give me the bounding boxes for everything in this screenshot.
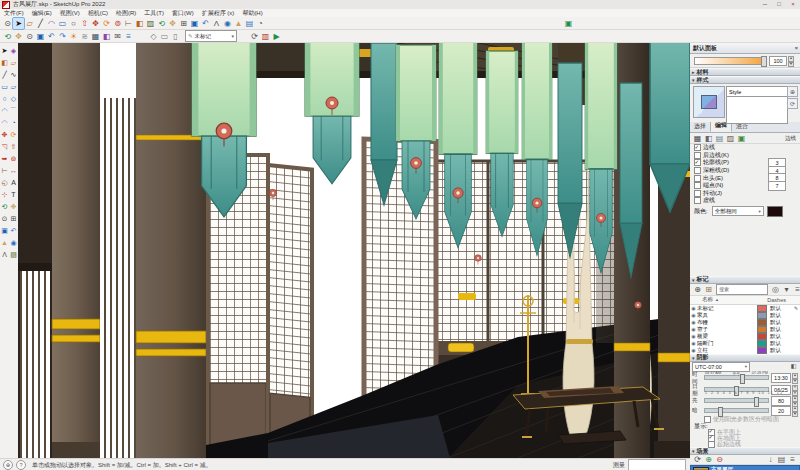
user-account-icon[interactable]: ◔ (255, 18, 266, 29)
tag-color-swatch[interactable] (757, 340, 767, 347)
dashes-checkbox[interactable] (694, 197, 701, 204)
make-component-icon[interactable]: ◈ (9, 44, 18, 56)
time-value[interactable]: 13:30 (771, 373, 791, 383)
rectangle-icon[interactable]: ▭ (0, 80, 9, 92)
tag-dash-value[interactable]: 默认 (767, 326, 792, 333)
tag-dash-value[interactable]: 默认 (767, 319, 792, 326)
eraser-icon[interactable]: ▱ (24, 18, 35, 29)
line-icon[interactable]: ╱ (35, 18, 46, 29)
scale-icon[interactable]: ◹ (0, 140, 9, 152)
scene-item-selected[interactable]: 古风展厅 场景 2 (690, 465, 800, 470)
materials-icon[interactable]: ◧ (101, 31, 112, 42)
from-edges-checkbox[interactable] (708, 441, 715, 448)
date-slider[interactable]: 1 2 3 4 5 6 7 8 9 10 11 12 (704, 387, 769, 392)
three-point-arc-icon[interactable]: ◠ (0, 116, 9, 128)
select-icon[interactable]: ➤ (13, 18, 24, 29)
position-camera-icon[interactable]: ▲ (233, 18, 244, 29)
tag-color-swatch[interactable] (757, 326, 767, 333)
tab-select[interactable]: 选择 (690, 121, 710, 132)
move-icon[interactable]: ✥ (0, 128, 9, 140)
zoom-extents-icon[interactable]: ▣ (0, 224, 9, 236)
col-name-label[interactable]: 名称 (702, 296, 713, 303)
move-icon[interactable]: ✥ (90, 18, 101, 29)
panel-header-shadows[interactable]: ▾ 阴影 (690, 354, 800, 362)
tag-color-swatch[interactable] (757, 305, 767, 312)
opacity-spinner[interactable]: ▲▼ (788, 56, 794, 65)
tag-dash-value[interactable]: 默认 (767, 347, 792, 354)
tag-color-swatch[interactable] (757, 312, 767, 319)
pan-icon[interactable]: ✥ (13, 31, 24, 42)
rotate-icon[interactable]: ⟳ (101, 18, 112, 29)
refresh-icon[interactable]: ⟳ (249, 31, 260, 42)
edge-color-mode-select[interactable]: 全部相同 ▾ (712, 206, 764, 216)
look-around-icon[interactable]: ◉ (222, 18, 233, 29)
viewport-3d[interactable] (18, 43, 690, 458)
opacity-slider[interactable] (694, 57, 766, 65)
orbit-icon[interactable]: ⟲ (0, 200, 9, 212)
3d-text-icon[interactable]: T (9, 188, 18, 200)
tag-options-icon[interactable]: ≡ (792, 284, 800, 295)
background-settings-icon[interactable]: ▤ (714, 133, 725, 144)
offset-icon[interactable]: ⊚ (112, 18, 123, 29)
face-settings-icon[interactable]: ◧ (703, 133, 714, 144)
zoom-window-icon[interactable]: ⊞ (9, 212, 18, 224)
tag-row[interactable]: ◉ 隔断门 默认 (690, 340, 800, 347)
view-options-icon[interactable]: ▤ (776, 454, 787, 465)
fog-toggle-icon[interactable]: ≋ (79, 31, 90, 42)
arc-icon[interactable]: ◠ (46, 18, 57, 29)
look-around-icon[interactable]: ◉ (9, 236, 18, 248)
tag-color-swatch[interactable] (757, 319, 767, 326)
follow-me-icon[interactable]: ➥ (0, 152, 9, 164)
tag-dash-value[interactable]: 默认 (767, 333, 792, 340)
circle-icon[interactable]: ○ (0, 92, 9, 104)
push-pull-icon[interactable]: ⇧ (9, 140, 18, 152)
pie-icon[interactable]: ◔ (9, 116, 18, 128)
tag-row[interactable]: ◉ 布幔 默认 (690, 319, 800, 326)
view-front-icon[interactable]: ▯ (170, 31, 181, 42)
create-style-button[interactable]: ⊕ (787, 86, 798, 97)
date-picker[interactable]: ▾▾ (792, 385, 798, 394)
send-mail-icon[interactable]: ✉ (112, 31, 123, 42)
show-details-icon[interactable]: ≡ (787, 454, 798, 465)
tag-dash-value[interactable]: 默认 (767, 312, 792, 319)
previous-view-icon[interactable]: ↶ (46, 31, 57, 42)
endpoints-checkbox[interactable] (694, 182, 701, 189)
tag-row[interactable]: ◉ 横梁 默认 (690, 333, 800, 340)
edge-settings-icon[interactable]: ▦ (692, 133, 703, 144)
tag-dash-value[interactable]: 默认 (767, 340, 792, 347)
back-edges-checkbox[interactable] (694, 152, 701, 159)
line-icon[interactable]: ╱ (0, 68, 9, 80)
polygon-icon[interactable]: ◇ (9, 92, 18, 104)
section-plane-icon[interactable]: ▨ (145, 18, 156, 29)
zoom-window-icon[interactable]: ⊞ (178, 18, 189, 29)
delete-red-icon[interactable]: ▥ (260, 31, 271, 42)
paint-bucket-icon[interactable]: ◧ (0, 56, 9, 68)
shadow-toggle-icon[interactable]: ◧ (789, 362, 798, 371)
zoom-icon[interactable]: ⊙ (24, 31, 35, 42)
model-info-icon[interactable]: ≡ (123, 31, 134, 42)
shadows-toggle-icon[interactable]: ☀ (68, 31, 79, 42)
edge-color-swatch[interactable] (767, 206, 783, 217)
tape-measure-icon[interactable]: ⊢ (123, 18, 134, 29)
previous-view-icon[interactable]: ↶ (200, 18, 211, 29)
edges-checkbox[interactable] (694, 144, 701, 151)
xray-style-icon[interactable]: ▤ (244, 18, 255, 29)
previous-view-icon[interactable]: ↶ (9, 224, 18, 236)
orbit-icon[interactable]: ⟲ (156, 18, 167, 29)
light-spinner[interactable]: ▲▼ (792, 396, 798, 405)
circle-icon[interactable]: ○ (68, 18, 79, 29)
offset-icon[interactable]: ⊚ (9, 152, 18, 164)
zoom-icon[interactable]: ⊙ (2, 18, 13, 29)
time-slider[interactable]: 04:37 AM中午07:28 PM (704, 375, 769, 380)
add-tag-icon[interactable]: ⊕ (692, 284, 703, 295)
update-style-button[interactable]: ⟳ (787, 98, 798, 109)
update-scene-icon[interactable]: ⟳ (692, 454, 703, 465)
close-button[interactable]: × (786, 0, 800, 9)
rotated-rectangle-icon[interactable]: ▱ (9, 80, 18, 92)
extension-checkbox[interactable] (694, 175, 701, 182)
remove-scene-icon[interactable]: ⊖ (714, 454, 725, 465)
zoom-icon[interactable]: ⊙ (0, 212, 9, 224)
add-scene-icon[interactable]: ⊕ (703, 454, 714, 465)
tag-search-input[interactable] (716, 284, 768, 295)
tag-row[interactable]: ◉ 未标记 默认 ✎ (690, 305, 800, 312)
